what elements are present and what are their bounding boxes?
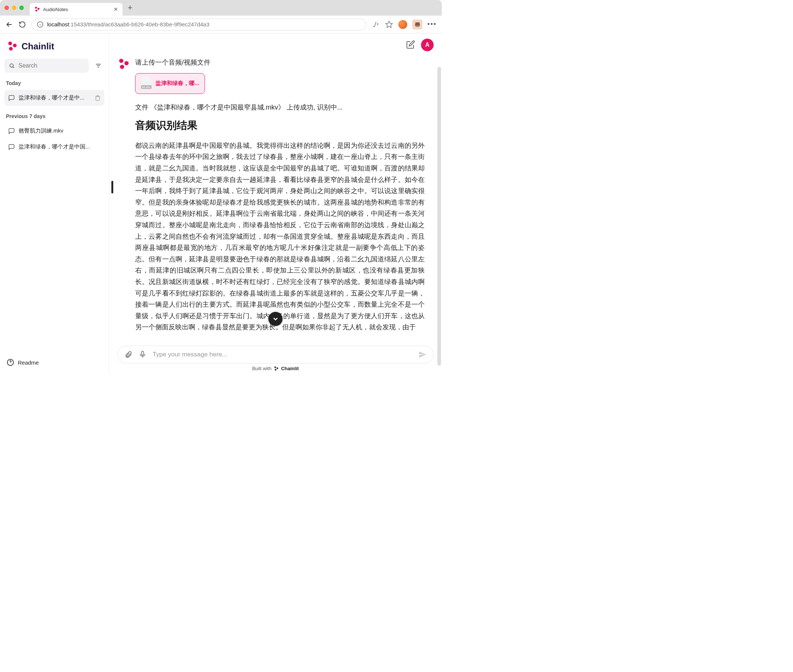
prompt-text: 请上传一个音频/视频文件: [135, 57, 425, 68]
search-row: [5, 59, 104, 73]
message-input[interactable]: [153, 351, 412, 358]
svg-point-0: [35, 7, 37, 8]
svg-point-9: [10, 64, 13, 67]
thread-item[interactable]: 盐津和绿春，哪个才是中...: [5, 90, 104, 106]
browser-chrome: AudioNotes ✕ + localhost:15433/thread/ac…: [0, 0, 442, 34]
back-button[interactable]: [5, 21, 13, 29]
browser-toolbar: localhost:15433/thread/ac63aab6-b626-40e…: [0, 16, 442, 34]
new-chat-button[interactable]: [406, 40, 416, 50]
scroll-to-bottom-button[interactable]: [269, 312, 283, 326]
main-header: A: [109, 34, 442, 53]
window-controls: [5, 6, 24, 10]
svg-point-17: [125, 61, 128, 66]
browser-tab[interactable]: AudioNotes ✕: [30, 3, 123, 16]
result-heading: 音频识别结果: [135, 118, 425, 133]
chat-icon: [8, 95, 15, 101]
svg-point-7: [13, 44, 17, 48]
user-avatar[interactable]: A: [421, 38, 433, 51]
message-composer[interactable]: [117, 346, 433, 363]
svg-point-16: [119, 59, 123, 63]
uploaded-file-chip[interactable]: tet-stre 盐津和绿春，哪...: [135, 73, 205, 94]
brand[interactable]: Chainlit: [5, 38, 104, 59]
footer-brand: Chainlit: [281, 366, 299, 371]
chevron-down-icon: [272, 315, 279, 323]
site-info-icon[interactable]: [37, 21, 43, 28]
file-chip-label: 盐津和绿春，哪...: [155, 80, 199, 87]
address-bar[interactable]: localhost:15433/thread/ac63aab6-b626-40e…: [31, 19, 366, 30]
send-button[interactable]: [419, 350, 427, 358]
tab-favicon: [34, 6, 40, 12]
footer-prefix: Built with: [252, 366, 272, 371]
search-input[interactable]: [19, 62, 84, 69]
app-root: Chainlit Today 盐津和绿春，哪个才是中... Previous 7…: [0, 34, 442, 374]
thread-title: 盐津和绿春，哪个才是中...: [19, 94, 91, 101]
bot-avatar-icon: [117, 58, 130, 70]
svg-point-22: [275, 369, 277, 371]
search-box[interactable]: [5, 59, 89, 73]
svg-rect-19: [141, 351, 144, 355]
readme-link[interactable]: Readme: [5, 355, 104, 370]
file-thumb-icon: tet-stre: [141, 77, 152, 90]
scrollbar[interactable]: [437, 67, 441, 366]
conversation-scroll[interactable]: 请上传一个音频/视频文件 tet-stre 盐津和绿春，哪... 文件 《盐津和…: [109, 53, 442, 374]
filter-button[interactable]: [93, 60, 104, 72]
delete-icon[interactable]: [95, 95, 101, 101]
svg-point-20: [274, 366, 276, 368]
help-icon: [7, 358, 14, 366]
compose-icon: [406, 40, 415, 49]
section-today: Today: [6, 80, 103, 86]
thread-title: 翹臀肌力訓練.mkv: [19, 127, 101, 134]
composer-area: Built with Chainlit: [109, 342, 442, 374]
svg-point-6: [8, 42, 12, 45]
favorite-icon[interactable]: [385, 21, 393, 29]
thread-item[interactable]: 翹臀肌力訓練.mkv: [5, 123, 104, 139]
upload-status-text: 文件 《盐津和绿春，哪个才是中国最窄县城.mkv》 上传成功, 识别中...: [135, 103, 425, 112]
read-aloud-icon[interactable]: [372, 21, 380, 29]
reload-button[interactable]: [19, 21, 26, 28]
url-text: localhost:15433/thread/ac63aab6-b626-40e…: [47, 21, 209, 27]
window-minimize[interactable]: [12, 6, 16, 10]
more-menu-icon[interactable]: •••: [427, 21, 436, 28]
svg-point-8: [9, 47, 13, 51]
svg-point-1: [37, 8, 39, 10]
chat-icon: [8, 144, 15, 150]
tab-close-icon[interactable]: ✕: [114, 6, 118, 12]
message-body: 请上传一个音频/视频文件 tet-stre 盐津和绿春，哪... 文件 《盐津和…: [135, 57, 425, 333]
sidebar: Chainlit Today 盐津和绿春，哪个才是中... Previous 7…: [0, 34, 109, 374]
window-maximize[interactable]: [19, 6, 24, 10]
svg-point-18: [120, 65, 124, 69]
svg-point-2: [35, 10, 37, 11]
voice-button[interactable]: [139, 350, 147, 358]
attach-button[interactable]: [125, 350, 133, 358]
tab-title: AudioNotes: [43, 7, 110, 12]
profile-avatar-icon[interactable]: [398, 20, 407, 29]
paperclip-icon: [125, 350, 133, 358]
assistant-message: 请上传一个音频/视频文件 tet-stre 盐津和绿春，哪... 文件 《盐津和…: [117, 57, 433, 333]
browser-tab-bar: AudioNotes ✕ +: [0, 0, 442, 16]
brand-name: Chainlit: [22, 41, 54, 51]
svg-line-10: [13, 67, 14, 68]
user-initial: A: [425, 42, 430, 48]
readme-label: Readme: [18, 359, 39, 366]
svg-point-21: [277, 367, 278, 369]
footer-branding[interactable]: Built with Chainlit: [117, 363, 433, 371]
browser-right-controls: 🐻 •••: [372, 20, 436, 29]
section-prev7: Previous 7 days: [6, 113, 103, 119]
thread-title: 盐津和绿春，哪个才是中国...: [19, 143, 101, 150]
footer-logo-icon: [273, 366, 279, 371]
microphone-icon: [139, 350, 147, 358]
search-icon: [9, 62, 15, 69]
main-panel: A 请上传一个音频/视频文件 tet-stre 盐津和绿春，哪... 文件 《盐…: [109, 34, 442, 374]
result-body: 都说云南的延津县啊是中国最窄的县城。我觉得得出这样的结论啊，是因为你还没去过云南…: [135, 140, 425, 333]
window-close[interactable]: [5, 6, 9, 10]
brand-logo-icon: [7, 41, 18, 52]
new-tab-button[interactable]: +: [128, 3, 133, 13]
extension-icon[interactable]: 🐻: [412, 20, 422, 29]
send-icon: [419, 350, 427, 358]
thread-item[interactable]: 盐津和绿春，哪个才是中国...: [5, 139, 104, 155]
chat-icon: [8, 128, 15, 134]
